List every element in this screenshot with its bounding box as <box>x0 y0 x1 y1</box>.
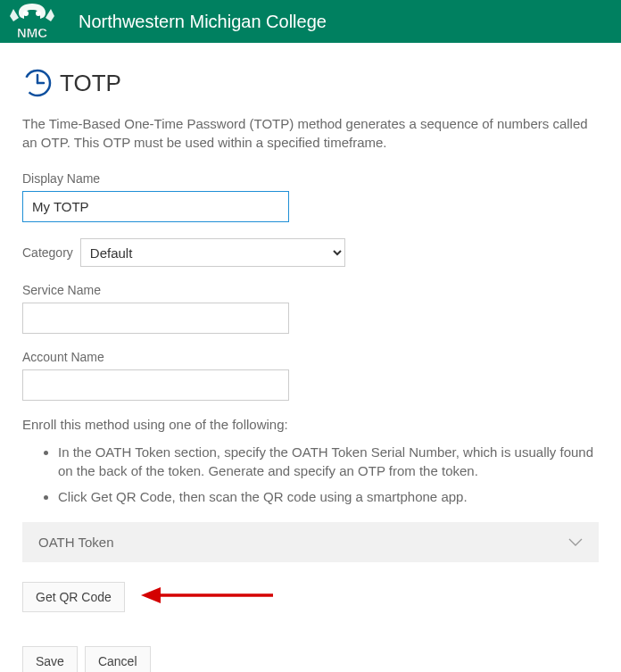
oath-token-label: OATH Token <box>38 535 113 550</box>
account-name-group: Account Name <box>22 350 599 401</box>
category-select[interactable]: Default <box>80 238 345 267</box>
cancel-button[interactable]: Cancel <box>85 646 151 672</box>
account-name-label: Account Name <box>22 350 599 364</box>
display-name-group: Display Name <box>22 171 599 222</box>
service-name-group: Service Name <box>22 283 599 334</box>
enroll-intro: Enroll this method using one of the foll… <box>22 417 599 432</box>
qr-row: Get QR Code <box>22 582 599 612</box>
svg-point-1 <box>36 11 41 16</box>
nmc-owl-logo-icon: NMC <box>6 2 58 41</box>
service-name-input[interactable] <box>22 303 289 334</box>
svg-point-0 <box>23 11 29 16</box>
page-title: TOTP <box>60 70 121 97</box>
save-button[interactable]: Save <box>22 646 78 672</box>
account-name-input[interactable] <box>22 369 289 401</box>
category-label: Category <box>22 245 73 260</box>
enroll-list: In the OATH Token section, specify the O… <box>22 443 599 506</box>
org-logo: NMC <box>0 0 64 43</box>
app-header: NMC Northwestern Michigan College <box>0 0 621 43</box>
clock-icon <box>22 68 53 98</box>
chevron-down-icon <box>568 538 583 547</box>
oath-token-accordion[interactable]: OATH Token <box>22 522 599 562</box>
page-description: The Time-Based One-Time Password (TOTP) … <box>22 114 599 152</box>
action-buttons: Save Cancel <box>22 646 599 672</box>
enroll-item-1: In the OATH Token section, specify the O… <box>58 443 599 480</box>
annotation-arrow <box>141 585 275 610</box>
display-name-label: Display Name <box>22 171 599 186</box>
main-content: TOTP The Time-Based One-Time Password (T… <box>0 43 621 672</box>
category-group: Category Default <box>22 238 599 267</box>
display-name-input[interactable] <box>22 191 289 222</box>
enroll-item-2: Click Get QR Code, then scan the QR code… <box>58 487 599 506</box>
svg-marker-7 <box>141 587 161 603</box>
get-qr-code-button[interactable]: Get QR Code <box>22 582 125 612</box>
org-name: Northwestern Michigan College <box>79 12 327 32</box>
svg-text:NMC: NMC <box>17 25 47 40</box>
service-name-label: Service Name <box>22 283 599 297</box>
arrow-left-icon <box>141 585 275 606</box>
page-title-row: TOTP <box>22 68 599 98</box>
